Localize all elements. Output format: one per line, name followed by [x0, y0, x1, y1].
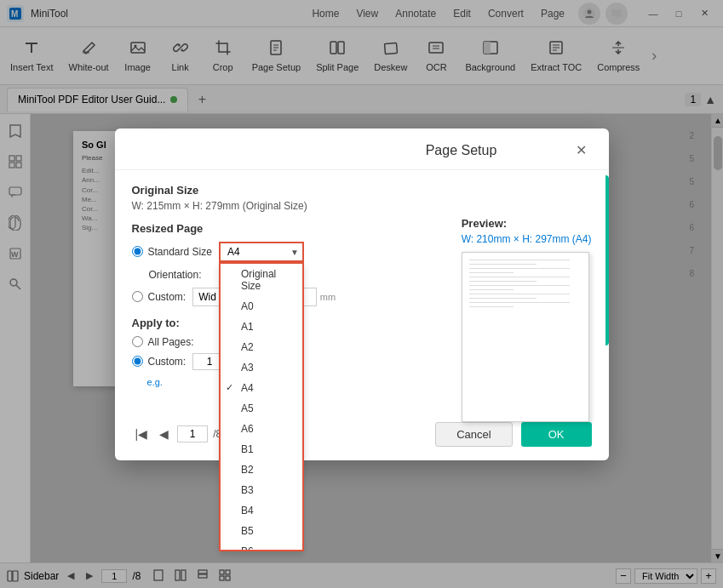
- preview-lines: [462, 253, 588, 317]
- eg-text: e.g.: [147, 377, 163, 387]
- page-setup-dialog: Page Setup ✕ Original Size W: 215mm × H:…: [115, 128, 609, 460]
- custom-label: Custom:: [148, 291, 186, 303]
- preview-line: [469, 289, 514, 290]
- original-size-value: W: 215mm × H: 279mm (Original Size): [132, 200, 592, 212]
- custom-radio[interactable]: [132, 291, 143, 302]
- all-pages-radio[interactable]: [132, 336, 143, 347]
- dialog-body: Original Size W: 215mm × H: 279mm (Origi…: [115, 170, 609, 412]
- preview-line: [469, 268, 571, 269]
- original-size-section: Original Size W: 215mm × H: 279mm (Origi…: [132, 184, 592, 212]
- dialog-page-input[interactable]: [177, 425, 208, 442]
- dropdown-item-original-size[interactable]: Original Size: [221, 264, 302, 296]
- preview-line: [469, 277, 571, 277]
- standard-size-select[interactable]: A4: [219, 242, 304, 262]
- first-page-button[interactable]: |◀: [132, 425, 152, 442]
- custom-apply-label: Custom:: [148, 356, 186, 368]
- all-pages-label: All Pages:: [148, 336, 194, 348]
- dropdown-item-b2[interactable]: B2: [221, 460, 302, 480]
- dropdown-item-a5[interactable]: A5: [221, 398, 302, 419]
- preview-line: [469, 272, 514, 273]
- preview-line: [469, 264, 537, 265]
- preview-line: [469, 306, 514, 307]
- custom-radio-label[interactable]: Custom:: [132, 291, 186, 303]
- dialog-title-bar: Page Setup ✕: [115, 128, 609, 170]
- ok-button[interactable]: OK: [521, 422, 592, 447]
- custom-unit-label: mm: [320, 292, 336, 302]
- standard-size-select-wrapper: A4 ▼ Original SizeA0A1A2A3A4A5A6B1B2B3B4…: [219, 242, 304, 262]
- standard-size-radio-label[interactable]: Standard Size: [132, 246, 212, 258]
- standard-size-text: Standard Size: [148, 246, 212, 258]
- preview-label: Preview:: [462, 217, 592, 230]
- dropdown-item-b5[interactable]: B5: [221, 521, 302, 541]
- dropdown-item-a4[interactable]: A4: [221, 378, 302, 398]
- dropdown-item-a3[interactable]: A3: [221, 357, 302, 378]
- dialog-overlay: Page Setup ✕ Original Size W: 215mm × H:…: [0, 0, 723, 588]
- dropdown-item-b6[interactable]: B6: [221, 541, 302, 551]
- preview-line: [469, 285, 571, 286]
- dialog-action-buttons: Cancel OK: [435, 422, 591, 447]
- cancel-button[interactable]: Cancel: [435, 422, 512, 447]
- dropdown-item-a2[interactable]: A2: [221, 337, 302, 357]
- dropdown-item-b4[interactable]: B4: [221, 500, 302, 521]
- custom-apply-radio[interactable]: [132, 356, 143, 367]
- standard-size-row: Standard Size A4 ▼ Original SizeA0A1A2A3…: [132, 242, 592, 262]
- orientation-label: Orientation:: [149, 269, 217, 281]
- dropdown-item-a6[interactable]: A6: [221, 419, 302, 439]
- original-size-label: Original Size: [132, 184, 592, 197]
- all-pages-radio-label[interactable]: All Pages:: [132, 336, 194, 348]
- standard-size-radio[interactable]: [132, 246, 143, 257]
- dropdown-item-a1[interactable]: A1: [221, 317, 302, 337]
- dialog-close-button[interactable]: ✕: [571, 140, 592, 161]
- prev-page-button[interactable]: ◀: [156, 425, 172, 442]
- custom-apply-radio-label[interactable]: Custom:: [132, 356, 186, 368]
- preview-line: [469, 298, 537, 299]
- dropdown-item-b3[interactable]: B3: [221, 480, 302, 500]
- preview-page: [462, 252, 589, 422]
- preview-line: [469, 294, 571, 294]
- dropdown-item-b1[interactable]: B1: [221, 439, 302, 460]
- dialog-title: Page Setup: [352, 143, 571, 158]
- preview-line: [469, 281, 537, 282]
- preview-line: [469, 302, 571, 303]
- dropdown-item-a0[interactable]: A0: [221, 296, 302, 317]
- size-dropdown-list: Original SizeA0A1A2A3A4A5A6B1B2B3B4B5B6: [219, 262, 304, 551]
